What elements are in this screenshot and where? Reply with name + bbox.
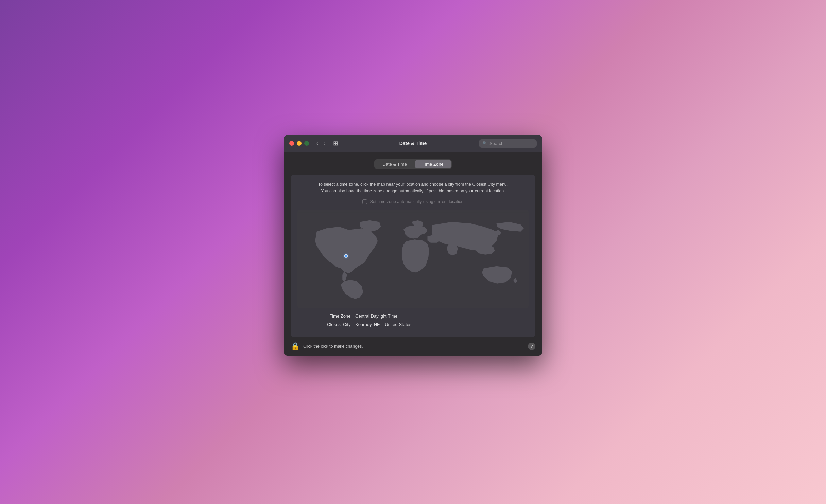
search-bar[interactable]: 🔍 Search	[479, 139, 537, 148]
closest-city-label: Closest City:	[311, 322, 352, 327]
lock-icon[interactable]: 🔒	[291, 342, 300, 351]
traffic-lights	[289, 141, 309, 146]
lock-text: Click the lock to make changes.	[303, 344, 363, 349]
forward-button[interactable]: ›	[322, 139, 327, 148]
timezone-value: Central Daylight Time	[355, 313, 397, 319]
help-button[interactable]: ?	[528, 343, 535, 350]
auto-timezone-row: Set time zone automatically using curren…	[297, 199, 529, 204]
tab-group: Date & Time Time Zone	[374, 159, 451, 169]
search-icon: 🔍	[482, 141, 487, 146]
minimize-button[interactable]	[297, 141, 302, 146]
timezone-label: Time Zone:	[311, 313, 352, 319]
main-panel: To select a time zone, click the map nea…	[291, 175, 535, 338]
description-text: To select a time zone, click the map nea…	[297, 181, 529, 194]
nav-buttons: ‹ ›	[314, 139, 328, 148]
window-title: Date & Time	[399, 141, 427, 146]
description-line1: To select a time zone, click the map nea…	[318, 182, 508, 187]
all-prefs-button[interactable]: ⊞	[330, 138, 341, 148]
timezone-row: Time Zone: Central Daylight Time	[297, 313, 529, 319]
maximize-button[interactable]	[304, 141, 309, 146]
closest-city-value: Kearney, NE – United States	[355, 322, 411, 327]
content-area: Date & Time Time Zone To select a time z…	[284, 152, 542, 338]
close-button[interactable]	[289, 141, 294, 146]
location-dot	[344, 254, 348, 258]
tab-date-time[interactable]: Date & Time	[375, 160, 414, 168]
back-button[interactable]: ‹	[314, 139, 320, 148]
tab-time-zone[interactable]: Time Zone	[415, 160, 451, 168]
search-placeholder: Search	[489, 141, 503, 146]
description-line2: You can also have the time zone change a…	[321, 188, 505, 193]
closest-city-row: Closest City: Kearney, NE – United State…	[297, 322, 529, 327]
auto-timezone-checkbox[interactable]	[362, 199, 367, 204]
title-bar: ‹ › ⊞ Date & Time 🔍 Search	[284, 135, 542, 152]
auto-timezone-label: Set time zone automatically using curren…	[370, 199, 463, 204]
footer: 🔒 Click the lock to make changes. ?	[284, 337, 542, 356]
system-preferences-window: ‹ › ⊞ Date & Time 🔍 Search Date & Time T…	[284, 135, 542, 356]
map-svg	[297, 210, 529, 308]
tab-bar: Date & Time Time Zone	[291, 159, 535, 169]
world-map[interactable]	[297, 210, 529, 308]
